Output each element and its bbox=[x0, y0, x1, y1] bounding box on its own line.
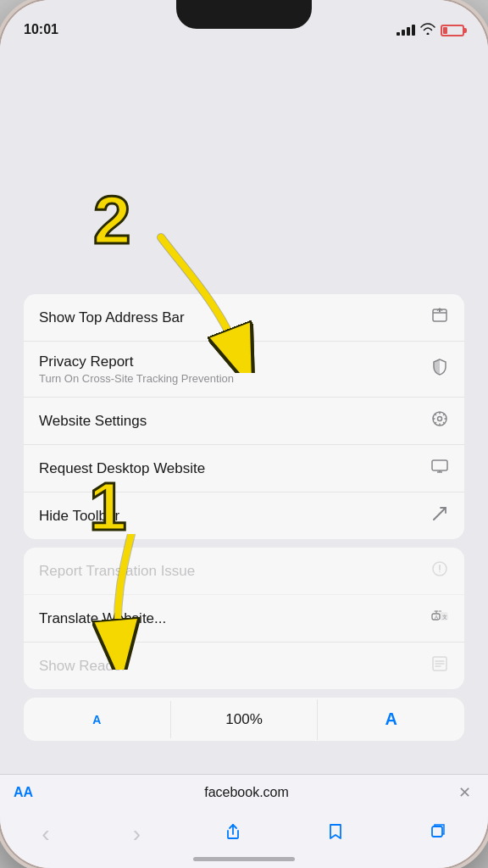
context-menu: Show Top Address Bar Privacy Report bbox=[24, 294, 464, 749]
svg-line-10 bbox=[443, 422, 445, 424]
svg-line-11 bbox=[443, 414, 445, 415]
battery-icon bbox=[441, 25, 464, 36]
notch bbox=[176, 0, 312, 29]
website-settings-title: Website Settings bbox=[39, 413, 147, 430]
report-translation-issue-icon bbox=[430, 559, 449, 582]
show-reader-icon bbox=[430, 654, 449, 677]
font-increase-label: A bbox=[385, 709, 396, 729]
bottom-toolbar: AA facebook.com ✕ ‹ › bbox=[0, 774, 488, 868]
url-display[interactable]: facebook.com bbox=[49, 785, 444, 800]
hide-toolbar-title: Hide Toolbar bbox=[39, 508, 119, 525]
menu-item-report-translation-issue[interactable]: Report Translation Issue bbox=[24, 548, 464, 595]
menu-item-show-top-address-bar[interactable]: Show Top Address Bar bbox=[24, 294, 464, 342]
tabs-button[interactable] bbox=[419, 819, 455, 849]
font-decrease-button[interactable]: A bbox=[24, 701, 171, 738]
privacy-report-icon bbox=[430, 358, 449, 381]
phone-frame: 10:01 bbox=[0, 0, 488, 868]
status-time: 10:01 bbox=[24, 22, 58, 37]
show-reader-title: Show Reader bbox=[39, 658, 126, 675]
font-size-row: A 100% A bbox=[24, 698, 464, 741]
address-bar-row: AA facebook.com ✕ bbox=[0, 775, 488, 810]
request-desktop-website-icon bbox=[430, 457, 449, 480]
svg-rect-13 bbox=[432, 460, 447, 470]
report-translation-issue-title: Report Translation Issue bbox=[39, 563, 195, 580]
menu-item-show-reader[interactable]: Show Reader bbox=[24, 643, 464, 689]
privacy-report-subtitle: Turn On Cross-Site Tracking Prevention bbox=[39, 372, 234, 385]
translate-website-icon: A 文 bbox=[430, 607, 449, 630]
svg-text:A: A bbox=[435, 615, 438, 620]
show-top-address-bar-icon bbox=[430, 306, 449, 329]
privacy-report-title: Privacy Report bbox=[39, 353, 234, 370]
menu-item-translate-website[interactable]: Translate Website... A 文 bbox=[24, 595, 464, 643]
svg-line-9 bbox=[435, 414, 436, 415]
wifi-icon bbox=[420, 23, 435, 37]
website-settings-icon bbox=[430, 409, 449, 432]
close-tab-button[interactable]: ✕ bbox=[454, 783, 474, 802]
menu-section-2: Report Translation Issue Translate Websi… bbox=[24, 548, 464, 689]
menu-item-website-settings[interactable]: Website Settings bbox=[24, 398, 464, 445]
font-percentage-display: 100% bbox=[171, 699, 319, 740]
menu-item-hide-toolbar[interactable]: Hide Toolbar bbox=[24, 492, 464, 539]
aa-button[interactable]: AA bbox=[14, 785, 39, 800]
home-indicator bbox=[193, 857, 295, 861]
status-icons bbox=[396, 23, 464, 37]
font-percentage-value: 100% bbox=[180, 711, 309, 728]
svg-line-16 bbox=[434, 508, 446, 520]
share-button[interactable] bbox=[215, 819, 251, 849]
screen: 10:01 bbox=[0, 0, 488, 868]
svg-point-4 bbox=[438, 417, 442, 421]
svg-line-12 bbox=[435, 422, 436, 424]
menu-item-request-desktop-website[interactable]: Request Desktop Website bbox=[24, 445, 464, 492]
svg-rect-29 bbox=[432, 826, 442, 837]
font-decrease-label: A bbox=[92, 713, 101, 726]
menu-item-privacy-report[interactable]: Privacy Report Turn On Cross-Site Tracki… bbox=[24, 342, 464, 398]
svg-text:文: 文 bbox=[442, 614, 447, 620]
menu-section-1: Show Top Address Bar Privacy Report bbox=[24, 294, 464, 539]
svg-point-19 bbox=[439, 571, 441, 573]
back-button[interactable]: ‹ bbox=[33, 817, 58, 851]
show-top-address-bar-title: Show Top Address Bar bbox=[39, 309, 185, 326]
forward-button[interactable]: › bbox=[125, 817, 149, 851]
hide-toolbar-icon bbox=[430, 504, 449, 527]
translate-website-title: Translate Website... bbox=[39, 610, 166, 627]
signal-icon bbox=[396, 25, 415, 36]
font-increase-button[interactable]: A bbox=[318, 698, 464, 741]
bookmarks-button[interactable] bbox=[318, 819, 353, 849]
request-desktop-website-title: Request Desktop Website bbox=[39, 460, 205, 477]
